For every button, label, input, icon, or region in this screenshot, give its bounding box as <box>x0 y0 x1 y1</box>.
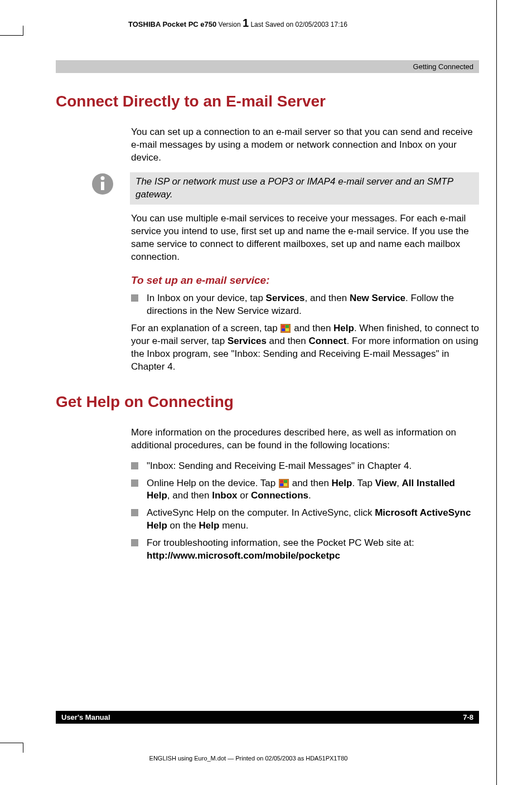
svg-rect-6 <box>280 480 283 483</box>
svg-rect-3 <box>282 328 285 331</box>
running-header: TOSHIBA Pocket PC e750 Version 1 Last Sa… <box>128 17 479 30</box>
footer-bar: User's Manual 7-8 <box>56 711 479 724</box>
list-item: Online Help on the device. Tap and then … <box>131 477 479 503</box>
page-container: TOSHIBA Pocket PC e750 Version 1 Last Sa… <box>0 0 532 785</box>
svg-rect-9 <box>284 483 287 486</box>
heading-connect-email: Connect Directly to an E-mail Server <box>56 93 479 110</box>
svg-rect-4 <box>286 328 289 331</box>
info-callout: The ISP or network must use a POP3 or IM… <box>56 172 479 205</box>
print-footer: ENGLISH using Euro_M.dot — Printed on 02… <box>0 755 497 762</box>
page-number: 7-8 <box>463 713 473 721</box>
start-flag-icon <box>280 324 291 333</box>
subheading-setup-email: To set up an e-mail service: <box>131 273 479 288</box>
list-item: In Inbox on your device, tap Services, a… <box>131 292 479 318</box>
version-number: 1 <box>243 17 249 29</box>
version-label: Version <box>219 21 241 28</box>
heading-get-help: Get Help on Connecting <box>56 393 479 411</box>
svg-rect-2 <box>286 325 289 328</box>
list-item: For troubleshooting information, see the… <box>131 537 479 563</box>
callout-text: The ISP or network must use a POP3 or IM… <box>130 172 479 205</box>
svg-rect-1 <box>282 325 285 328</box>
paragraph-multiple-services: You can use multiple e-mail services to … <box>131 212 479 264</box>
paragraph-explanation: For an explanation of a screen, tap and … <box>131 322 479 374</box>
section-header-bar: Getting Connected <box>56 60 479 73</box>
svg-rect-7 <box>284 480 287 483</box>
content-area: Connect Directly to an E-mail Server You… <box>56 93 479 563</box>
paragraph-intro: You can set up a connection to an e-mail… <box>131 126 479 164</box>
list-item: ActiveSync Help on the computer. In Acti… <box>131 507 479 532</box>
footer-left: User's Manual <box>61 713 110 721</box>
last-saved: Last Saved on 02/05/2003 17:16 <box>250 21 347 28</box>
list-item: "Inbox: Sending and Receiving E-mail Mes… <box>131 460 479 473</box>
info-icon <box>92 173 113 195</box>
start-flag-icon <box>279 479 289 488</box>
product-name: TOSHIBA Pocket PC e750 <box>128 20 216 28</box>
svg-rect-8 <box>280 483 283 486</box>
paragraph-help-intro: More information on the procedures descr… <box>131 427 479 452</box>
help-list: "Inbox: Sending and Receiving E-mail Mes… <box>131 460 479 563</box>
setup-list: In Inbox on your device, tap Services, a… <box>131 292 479 318</box>
